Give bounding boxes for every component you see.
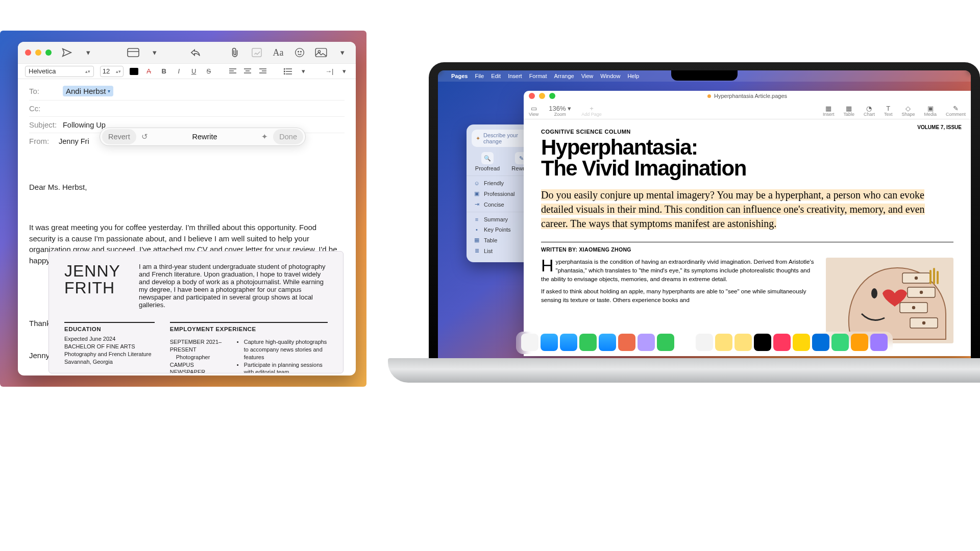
dock-app-appstore[interactable] — [812, 334, 829, 351]
header-fields-icon[interactable] — [127, 46, 139, 59]
toolbar-item[interactable]: 136% ▾Zoom — [549, 105, 571, 117]
markup-icon[interactable] — [251, 46, 263, 59]
toolbar-item[interactable]: ✎Comment — [946, 105, 966, 117]
tool-label: Table — [484, 237, 497, 243]
list-icon[interactable] — [284, 68, 292, 74]
window-traffic-lights[interactable] — [529, 93, 555, 99]
menubar-item[interactable]: File — [475, 73, 484, 79]
dock-app-calendar[interactable] — [676, 334, 694, 351]
menubar-item[interactable]: Pages — [451, 73, 468, 79]
toolbar-item[interactable]: ◇Shape — [901, 105, 915, 117]
font-size-select[interactable]: 12 ▴▾ — [100, 66, 124, 77]
menubar-item[interactable]: Edit — [491, 73, 501, 79]
dock-app-notes[interactable] — [734, 334, 752, 351]
tool-label: Friendly — [484, 180, 504, 186]
toolbar-icon: 136% ▾ — [549, 105, 571, 112]
document-title[interactable]: Hyperphantasia Article.pages — [707, 93, 787, 99]
zoom-icon[interactable] — [45, 49, 52, 56]
sparkle-icon[interactable]: ✦ — [259, 133, 270, 141]
dock-app-music[interactable] — [773, 334, 791, 351]
dock-app-safari[interactable] — [560, 334, 577, 351]
dock-app-mail[interactable] — [599, 334, 616, 351]
clear-format-icon[interactable]: A̶ — [144, 67, 153, 75]
document-page[interactable]: COGNITIVE SCIENCE COLUMN VOLUME 7, ISSUE… — [524, 119, 971, 353]
minimize-icon[interactable] — [35, 49, 41, 56]
send-icon[interactable] — [61, 46, 73, 59]
dock-app-facetime[interactable] — [657, 334, 674, 351]
dock-app-contacts[interactable] — [696, 334, 713, 351]
cc-row[interactable]: Cc: — [29, 101, 345, 117]
italic-icon[interactable]: I — [175, 67, 183, 75]
body-para: Hyperphantasia is the condition of havin… — [541, 258, 816, 283]
dock-app-keynote[interactable] — [793, 334, 810, 351]
bold-icon[interactable]: B — [160, 67, 168, 75]
to-recipient-pill[interactable]: Andi Herbst ▾ — [63, 86, 113, 96]
proofread-button[interactable]: 🔍 Proofread — [472, 152, 503, 171]
toolbar-item[interactable]: ▦Insert — [823, 105, 835, 117]
toolbar-item[interactable]: +Add Page — [581, 105, 602, 117]
format-icon[interactable]: Aa — [272, 46, 284, 59]
dock-app-pages[interactable] — [851, 334, 868, 351]
dock-app-photos[interactable] — [638, 334, 655, 351]
laptop-base — [388, 358, 980, 383]
revert-button[interactable]: Revert — [102, 129, 136, 144]
toolbar-item[interactable]: TText — [884, 105, 893, 117]
close-icon[interactable] — [25, 49, 31, 56]
underline-icon[interactable]: U — [189, 67, 198, 75]
rewrite-button[interactable]: Rewrite — [154, 129, 256, 144]
list-item: Photography and French Literature — [64, 350, 155, 358]
resume-section-heading: EDUCATION — [64, 326, 155, 332]
mail-titlebar: ▾ ▾ Aa ▾ — [18, 42, 356, 64]
emoji-icon[interactable] — [293, 46, 306, 59]
toolbar-item[interactable]: ▭View — [529, 105, 538, 117]
dock-app-freeform[interactable] — [870, 334, 888, 351]
photo-icon[interactable] — [315, 46, 327, 59]
dock-app-tv[interactable] — [754, 334, 771, 351]
cc-label: Cc: — [29, 104, 58, 113]
dock[interactable] — [516, 332, 893, 354]
toolbar-item[interactable]: ▦Table — [843, 105, 854, 117]
minimize-icon[interactable] — [539, 93, 545, 99]
toolbar-item[interactable]: ◔Chart — [864, 105, 875, 117]
svg-rect-2 — [252, 48, 261, 57]
menubar-item[interactable]: Window — [600, 73, 620, 79]
menubar-item[interactable]: Format — [529, 73, 547, 79]
history-icon[interactable]: ↺ — [139, 133, 151, 141]
chevron-down-icon[interactable]: ▾ — [149, 46, 161, 59]
dock-app-maps[interactable] — [618, 334, 635, 351]
resume-bullets: Capture high-quality photographs to acco… — [237, 338, 328, 373]
menubar-item[interactable]: View — [581, 73, 594, 79]
menubar-item[interactable]: Help — [627, 73, 639, 79]
dock-app-numbers[interactable] — [831, 334, 849, 351]
dock-app-launchpad[interactable] — [541, 334, 558, 351]
indent-icon[interactable]: →| — [325, 67, 334, 75]
chevron-down-icon[interactable]: ▾ — [340, 67, 349, 75]
text-color-swatch[interactable] — [130, 68, 138, 75]
strike-icon[interactable]: S — [204, 67, 213, 75]
toolbar-label: Add Page — [581, 112, 602, 117]
zoom-icon[interactable] — [549, 93, 555, 99]
tool-label: Key Points — [484, 227, 511, 233]
chevron-down-icon[interactable]: ▾ — [82, 46, 94, 59]
align-left-icon[interactable] — [229, 68, 238, 74]
to-row[interactable]: To: Andi Herbst ▾ — [29, 82, 345, 101]
toolbar-item[interactable]: ▣Media — [924, 105, 937, 117]
resume-attachment[interactable]: JENNY FRITH I am a third-year student un… — [48, 251, 344, 373]
done-button[interactable]: Done — [273, 129, 303, 144]
font-select[interactable]: Helvetica ▴▾ — [25, 66, 94, 77]
dock-app-finder[interactable] — [521, 334, 538, 351]
chevron-down-icon[interactable]: ▾ — [299, 67, 308, 75]
dock-app-messages[interactable] — [579, 334, 597, 351]
attach-icon[interactable] — [229, 46, 241, 59]
updown-icon: ▴▾ — [116, 69, 121, 74]
close-icon[interactable] — [529, 93, 535, 99]
menubar-item[interactable]: Insert — [508, 73, 522, 79]
reply-icon[interactable] — [189, 46, 202, 59]
menubar-item[interactable]: Arrange — [554, 73, 574, 79]
toolbar-label: Chart — [864, 112, 875, 117]
dock-app-reminders[interactable] — [715, 334, 732, 351]
chevron-down-icon[interactable]: ▾ — [336, 46, 349, 59]
align-right-icon[interactable] — [259, 68, 268, 74]
window-traffic-lights[interactable] — [25, 49, 52, 56]
align-center-icon[interactable] — [244, 68, 253, 74]
